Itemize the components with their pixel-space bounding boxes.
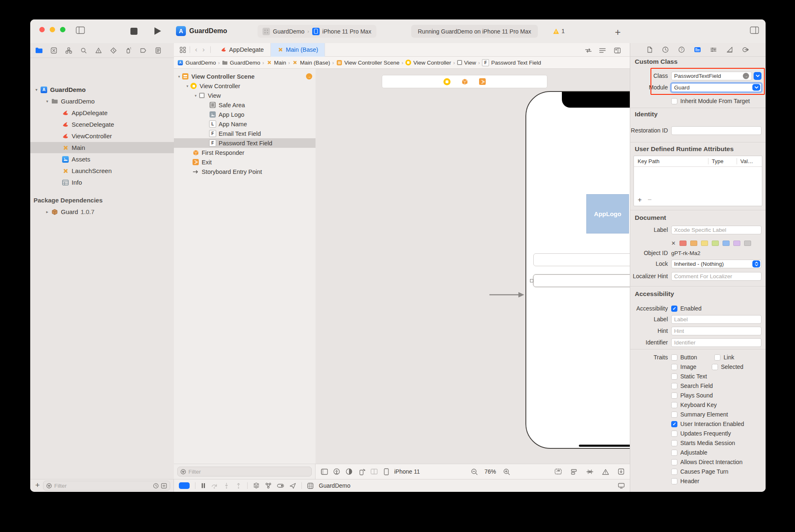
- issue-badge[interactable]: ! 1: [553, 28, 565, 34]
- issue-navigator-icon[interactable]: [94, 46, 103, 55]
- identity-inspector-icon[interactable]: [694, 46, 701, 53]
- sidebar-item-assets[interactable]: Assets: [30, 154, 174, 165]
- zoom-in-icon[interactable]: [502, 467, 511, 476]
- appearance-icon[interactable]: [344, 467, 354, 476]
- doc-color-yellow[interactable]: [701, 241, 708, 246]
- trait-checkbox[interactable]: [714, 354, 720, 361]
- trait-checkbox[interactable]: [671, 373, 677, 380]
- attributes-inspector-icon[interactable]: [710, 46, 717, 53]
- outline-item-view-controller[interactable]: ▾ View Controller: [174, 81, 326, 91]
- recent-files-clock-icon[interactable]: [153, 483, 159, 489]
- outline-item-scene[interactable]: ▾ View Controller Scene →: [174, 72, 318, 81]
- breadcrumb-view-controller[interactable]: View Controller: [405, 60, 451, 66]
- debug-navigator-icon[interactable]: [124, 46, 133, 55]
- add-editor-icon[interactable]: [613, 46, 622, 55]
- breakpoint-navigator-icon[interactable]: [139, 46, 148, 55]
- runtime-attributes-table[interactable]: Key Path Type Val… + −: [634, 156, 762, 206]
- dock-view-controller-icon[interactable]: [443, 78, 450, 85]
- breadcrumb-main[interactable]: Main: [266, 60, 286, 66]
- remove-attribute-button[interactable]: −: [648, 196, 652, 204]
- lock-popup[interactable]: Inherited - (Nothing): [671, 260, 761, 268]
- accessibility-enabled-checkbox[interactable]: ✓: [671, 306, 677, 312]
- embed-in-icon[interactable]: [617, 467, 626, 476]
- disclosure-closed-icon[interactable]: ▸: [44, 209, 50, 214]
- device-name-label[interactable]: iPhone 11: [394, 468, 420, 475]
- zoom-window-button[interactable]: [60, 27, 65, 32]
- add-constraints-icon[interactable]: [585, 467, 594, 476]
- tab-appdelegate[interactable]: AppDelegate: [214, 43, 271, 57]
- device-icon[interactable]: [382, 467, 391, 476]
- trait-checkbox[interactable]: [671, 383, 677, 389]
- doc-color-gray[interactable]: [744, 241, 751, 246]
- close-window-button[interactable]: [39, 27, 45, 32]
- tab-main-base[interactable]: Main (Base): [271, 43, 325, 57]
- device-frame[interactable]: AppLogo: [525, 91, 630, 449]
- dock-first-responder-icon[interactable]: [461, 78, 468, 85]
- outline-filter-field[interactable]: Filter: [177, 467, 312, 477]
- dock-exit-icon[interactable]: [479, 78, 486, 85]
- find-navigator-icon[interactable]: [79, 46, 88, 55]
- navigator-filter-field[interactable]: Filter: [43, 481, 170, 491]
- trait-checkbox[interactable]: [671, 431, 677, 437]
- document-label-field[interactable]: Xcode Specific Label: [671, 226, 761, 234]
- outline-item-exit[interactable]: Exit: [174, 157, 334, 167]
- stop-button[interactable]: [130, 28, 137, 35]
- trait-checkbox[interactable]: [671, 412, 677, 418]
- trait-checkbox[interactable]: [671, 354, 677, 361]
- password-text-field[interactable]: [533, 274, 630, 287]
- toggle-inspector-icon[interactable]: [750, 26, 759, 34]
- column-value[interactable]: Val…: [737, 158, 762, 164]
- sidebar-item-info-plist[interactable]: Info: [30, 177, 174, 188]
- breakpoints-toggle[interactable]: [179, 482, 190, 489]
- sidebar-item-appdelegate[interactable]: AppDelegate: [30, 107, 174, 118]
- selection-handle-left[interactable]: [530, 279, 533, 282]
- disclosure-open-icon[interactable]: ▾: [34, 87, 39, 92]
- add-file-icon[interactable]: +: [35, 481, 40, 490]
- file-inspector-icon[interactable]: [646, 46, 653, 53]
- module-dropdown-button[interactable]: [752, 84, 760, 91]
- size-inspector-icon[interactable]: [726, 46, 733, 53]
- disclosure-open-icon[interactable]: ▾: [176, 75, 182, 79]
- trait-checkbox[interactable]: [671, 392, 677, 399]
- sidebar-item-group-guarddemo[interactable]: ▾ GuardDemo: [30, 96, 174, 107]
- a11y-label-field[interactable]: Label: [671, 315, 761, 324]
- debug-view-hierarchy-icon[interactable]: [253, 482, 260, 489]
- trait-checkbox[interactable]: [671, 440, 677, 446]
- localizer-hint-field[interactable]: Comment For Localizer: [671, 272, 761, 281]
- environment-overrides-icon[interactable]: [277, 483, 284, 489]
- class-dropdown-button[interactable]: [754, 72, 761, 80]
- quick-help-inspector-icon[interactable]: ?: [678, 46, 685, 53]
- simulate-location-icon[interactable]: [289, 483, 296, 489]
- storyboard-entry-arrow[interactable]: [489, 291, 526, 298]
- disclosure-open-icon[interactable]: ▾: [185, 84, 190, 88]
- process-name[interactable]: GuardDemo: [319, 482, 350, 489]
- breadcrumb-main-base[interactable]: Main (Base): [292, 60, 330, 66]
- disclosure-open-icon[interactable]: ▾: [44, 99, 50, 104]
- breadcrumb-view[interactable]: View: [457, 60, 476, 66]
- trait-checkbox[interactable]: [712, 364, 718, 370]
- sidebar-item-viewcontroller[interactable]: ViewController: [30, 130, 174, 142]
- add-attribute-button[interactable]: +: [638, 196, 642, 204]
- project-navigator-icon[interactable]: [34, 46, 43, 55]
- outline-item-view[interactable]: ▾ View: [174, 91, 335, 100]
- test-navigator-icon[interactable]: [109, 46, 118, 55]
- trait-checkbox[interactable]: [671, 364, 677, 370]
- column-key-path[interactable]: Key Path: [634, 158, 708, 164]
- class-jump-arrow-icon[interactable]: →: [743, 73, 749, 79]
- breadcrumb-project[interactable]: AGuardDemo: [177, 60, 216, 66]
- breadcrumb-password-field[interactable]: FPassword Text Field: [482, 59, 541, 66]
- related-items-icon[interactable]: [178, 46, 187, 54]
- app-logo-view[interactable]: AppLogo: [586, 194, 629, 234]
- toggle-navigator-icon[interactable]: [76, 26, 85, 34]
- module-combobox[interactable]: Guard: [671, 83, 761, 92]
- sidebar-item-project-guarddemo[interactable]: ▾ A GuardDemo: [30, 84, 174, 95]
- update-frames-icon[interactable]: [554, 467, 563, 476]
- color-none-icon[interactable]: ✕: [671, 240, 676, 246]
- sidebar-item-launchscreen[interactable]: LaunchScreen: [30, 165, 174, 176]
- connections-inspector-icon[interactable]: [742, 46, 749, 53]
- column-type[interactable]: Type: [708, 158, 737, 164]
- editor-arrows-icon[interactable]: [584, 46, 593, 55]
- doc-color-orange[interactable]: [690, 241, 697, 246]
- outline-item-entry-point[interactable]: Storyboard Entry Point: [174, 167, 334, 176]
- library-add-button[interactable]: +: [615, 26, 621, 38]
